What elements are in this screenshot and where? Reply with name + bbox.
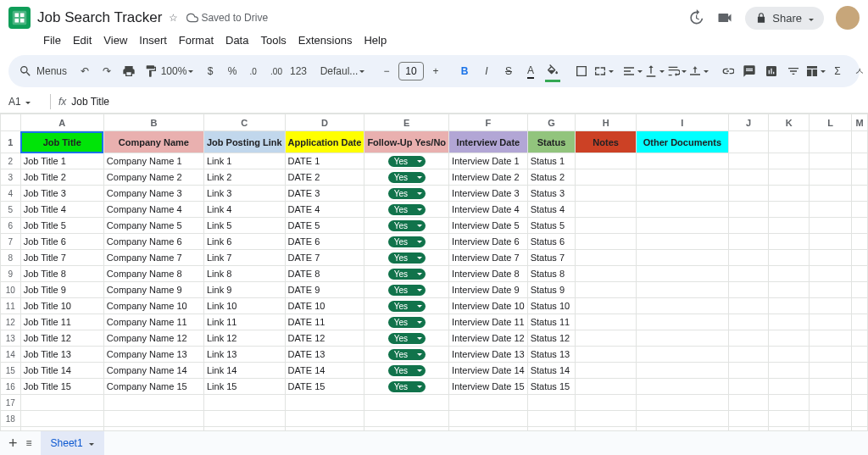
increase-decimal-icon[interactable]: .00	[266, 61, 287, 81]
cell[interactable]	[769, 330, 810, 347]
cell[interactable]: Status 14	[527, 363, 576, 379]
cell[interactable]	[810, 330, 852, 347]
dropdown-chip[interactable]: Yes	[388, 333, 426, 344]
cell[interactable]: Company Name 15	[103, 379, 203, 395]
cell[interactable]: Company Name 5	[103, 218, 203, 234]
cell[interactable]	[769, 314, 810, 330]
cell[interactable]: Job Title 7	[20, 250, 103, 266]
cell[interactable]	[769, 250, 810, 266]
cell[interactable]: Status 13	[527, 347, 576, 363]
cell[interactable]	[769, 202, 810, 218]
cell[interactable]	[576, 186, 637, 202]
cell[interactable]: Interview Date	[449, 131, 528, 153]
cell[interactable]	[728, 169, 768, 186]
cell[interactable]	[636, 363, 728, 379]
cell[interactable]: Company Name 3	[103, 186, 203, 202]
cell[interactable]: DATE 9	[285, 282, 364, 298]
valign-icon[interactable]	[644, 61, 665, 81]
row-header[interactable]: 9	[1, 266, 21, 282]
cell[interactable]	[20, 411, 103, 427]
cell[interactable]	[728, 186, 768, 202]
row-header[interactable]: 17	[1, 395, 21, 411]
cell[interactable]: Link 4	[203, 202, 285, 218]
cell[interactable]: Job Title 10	[20, 298, 103, 314]
search-menus[interactable]	[15, 61, 36, 81]
cell[interactable]	[810, 347, 852, 363]
cell[interactable]	[728, 282, 768, 298]
col-header-H[interactable]: H	[576, 114, 637, 131]
cell[interactable]	[728, 395, 768, 411]
cell[interactable]: Job Title 14	[20, 363, 103, 379]
cell[interactable]: Status	[527, 131, 576, 153]
cell[interactable]	[769, 169, 810, 186]
cell[interactable]: DATE 14	[285, 363, 364, 379]
col-header-I[interactable]: I	[636, 114, 728, 131]
link-icon[interactable]	[717, 61, 737, 81]
cell[interactable]	[769, 186, 810, 202]
percent-icon[interactable]: %	[222, 61, 242, 81]
cell[interactable]: Yes	[364, 298, 449, 314]
cell[interactable]: Job Title 5	[20, 218, 103, 234]
cell[interactable]	[636, 250, 728, 266]
col-header-B[interactable]: B	[103, 114, 203, 131]
cell[interactable]	[636, 153, 728, 169]
cell[interactable]: Status 15	[527, 379, 576, 395]
cell[interactable]	[576, 202, 637, 218]
filter-icon[interactable]	[783, 61, 804, 81]
name-box[interactable]: A1	[8, 96, 42, 108]
cell[interactable]	[852, 379, 868, 395]
cell[interactable]: Job Title 6	[20, 234, 103, 250]
dropdown-chip[interactable]: Yes	[388, 349, 426, 360]
cell[interactable]	[364, 411, 449, 427]
cell[interactable]: Job Title 11	[20, 314, 103, 330]
share-button[interactable]: Share	[745, 7, 824, 30]
meet-icon[interactable]	[716, 9, 733, 26]
cell[interactable]	[769, 411, 810, 427]
cell[interactable]: Link 3	[203, 186, 285, 202]
cell[interactable]: Job Title	[20, 131, 103, 153]
row-header[interactable]: 10	[1, 282, 21, 298]
all-sheets-icon[interactable]: ≡	[26, 437, 32, 449]
cell[interactable]	[576, 330, 637, 347]
cell[interactable]: Company Name 2	[103, 169, 203, 186]
cell[interactable]: Interview Date 2	[449, 169, 528, 186]
cell[interactable]	[810, 314, 852, 330]
paint-format-icon[interactable]	[141, 61, 161, 81]
cell[interactable]	[810, 186, 852, 202]
cell[interactable]: Status 4	[527, 202, 576, 218]
cell[interactable]: Status 9	[527, 282, 576, 298]
zoom-select[interactable]: 100%	[163, 61, 192, 81]
cell[interactable]	[636, 186, 728, 202]
cell[interactable]	[769, 266, 810, 282]
cell[interactable]	[852, 169, 868, 186]
cell[interactable]	[728, 379, 768, 395]
row-header[interactable]: 4	[1, 186, 21, 202]
dropdown-chip[interactable]: Yes	[388, 204, 426, 215]
cell[interactable]	[728, 202, 768, 218]
col-header-K[interactable]: K	[769, 114, 810, 131]
cell[interactable]	[285, 411, 364, 427]
font-select[interactable]: Defaul...	[317, 61, 368, 81]
cell[interactable]	[20, 395, 103, 411]
cell[interactable]: Yes	[364, 234, 449, 250]
cell[interactable]	[852, 250, 868, 266]
cell[interactable]	[527, 395, 576, 411]
borders-icon[interactable]	[571, 61, 592, 81]
cell[interactable]	[769, 379, 810, 395]
dropdown-chip[interactable]: Yes	[388, 252, 426, 264]
cell[interactable]	[576, 411, 637, 427]
cell[interactable]: Link 5	[203, 218, 285, 234]
cell[interactable]: Yes	[364, 250, 449, 266]
cell[interactable]: Yes	[364, 169, 449, 186]
cell[interactable]: Link 1	[203, 153, 285, 169]
cell[interactable]: Company Name 6	[103, 234, 203, 250]
cell[interactable]: Interview Date 10	[449, 298, 528, 314]
cell[interactable]: Interview Date 12	[449, 330, 528, 347]
cell[interactable]: Link 15	[203, 379, 285, 395]
menu-insert[interactable]: Insert	[133, 31, 173, 50]
cell[interactable]: Job Title 3	[20, 186, 103, 202]
text-color-icon[interactable]: A	[520, 61, 541, 81]
cell[interactable]	[810, 395, 852, 411]
cell[interactable]: Status 2	[527, 169, 576, 186]
cell[interactable]	[810, 282, 852, 298]
